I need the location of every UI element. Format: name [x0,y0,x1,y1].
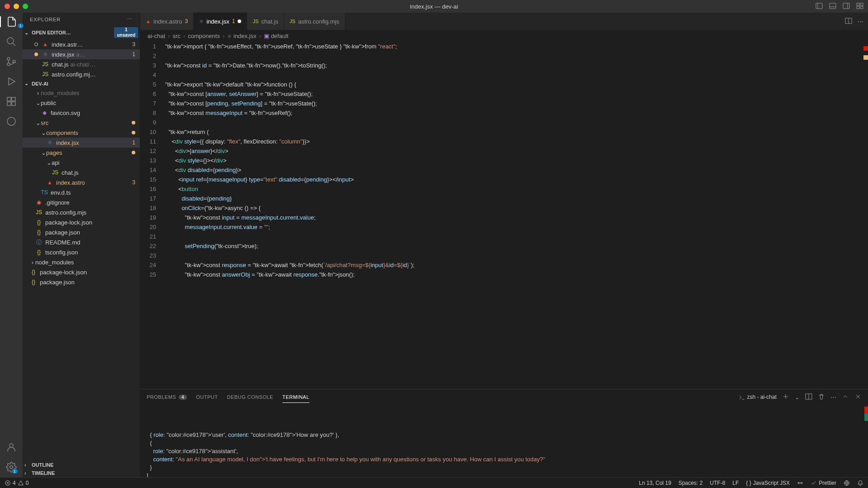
panel-tab-debug-console[interactable]: DEBUG CONSOLE [227,392,273,403]
open-editor-item[interactable]: ⚛ index.jsx a… 1 [23,49,140,59]
item-name: tsconfig.json [45,249,140,256]
file-item[interactable]: ◆ favicon.svg [23,108,140,118]
folder-item[interactable]: › node_modules [23,88,140,98]
status-eol[interactable]: LF [733,480,739,486]
svg-point-12 [7,57,10,60]
tab-name: index.astro [153,18,182,25]
status-spaces[interactable]: Spaces: 2 [678,480,702,486]
extensions-icon[interactable] [6,96,17,107]
debug-icon[interactable] [6,76,17,87]
file-name: index.jsx a… [52,51,132,58]
file-item[interactable]: {} tsconfig.json [23,247,140,257]
timeline-header[interactable]: ›TIMELINE [23,469,140,477]
editor-tab[interactable]: ▲ index.astro 3 [140,13,194,30]
svg-rect-0 [816,3,822,9]
folder-item[interactable]: ⌄ components [23,128,140,138]
status-prettier[interactable]: Prettier [811,480,836,486]
panel-tab-output[interactable]: OUTPUT [196,392,218,403]
editor[interactable]: 1234567891011121314151617181920212223242… [140,42,868,389]
settings-icon[interactable]: 1 [6,462,17,473]
open-editor-item[interactable]: JS astro.config.mj… [23,69,140,79]
open-editors-header[interactable]: ⌄ OPEN EDITOR… 1 unsaved [23,26,140,39]
file-item[interactable]: ⓘ README.md [23,237,140,247]
breadcrumb-item[interactable]: ▣ default [264,33,289,39]
layout-customize-icon[interactable] [856,2,863,11]
editor-tab[interactable]: ⚛ index.jsx 1 [194,13,247,30]
file-item[interactable]: {} package.json [23,227,140,237]
svg-point-10 [7,38,14,44]
layout-panel-icon[interactable] [829,2,836,11]
chevron-icon: › [30,259,35,266]
open-editor-item[interactable]: ▲ index.astr… 3 [23,39,140,49]
workspace-header[interactable]: ⌄ DEV-AI [23,79,140,88]
editor-tab[interactable]: JS chat.js [247,13,284,30]
panel-more-icon[interactable]: ⋯ [830,394,836,401]
explorer-icon[interactable]: 1 [0,16,23,27]
breadcrumb[interactable]: ai-chat›src›components›⚛ index.jsx›▣ def… [140,30,868,42]
status-encoding[interactable]: UTF-8 [710,480,725,486]
status-language[interactable]: { }JavaScript JSX [746,480,790,486]
status-bell[interactable] [857,480,863,486]
bottom-panel: PROBLEMS 4OUTPUTDEBUG CONSOLETERMINAL zs… [140,389,868,477]
file-item[interactable]: ◉ .gitignore [23,197,140,207]
folder-item[interactable]: ⌄ src [23,118,140,128]
file-item[interactable]: {} package-lock.json [23,217,140,227]
explorer-title: EXPLORER [30,17,61,22]
status-cursor[interactable]: Ln 13, Col 19 [639,480,671,486]
status-errors[interactable]: 4 0 [5,480,29,486]
maximize-panel-icon[interactable] [842,393,849,402]
terminal-output[interactable]: { role: "color:#ce9178">'user', content:… [140,405,868,477]
file-icon: ⚛ [199,19,204,24]
minimap[interactable] [863,42,868,389]
panel-tab-problems[interactable]: PROBLEMS 4 [147,392,187,403]
search-icon[interactable] [6,36,17,47]
breadcrumb-item[interactable]: components [188,33,220,39]
file-item[interactable]: {} package.json [23,277,140,287]
editor-tab[interactable]: JS astro.config.mjs [284,13,345,30]
layout-sidebar-icon[interactable] [816,2,823,11]
more-actions-icon[interactable]: ⋯ [858,18,863,25]
breadcrumb-item[interactable]: src [172,33,180,39]
split-terminal-icon[interactable] [805,393,812,402]
file-icon: ⓘ [35,239,43,246]
status-feedback[interactable] [844,480,850,486]
account-icon[interactable] [6,442,17,453]
file-item[interactable]: ⚛ index.jsx 1 [23,138,140,148]
open-editor-item[interactable]: JS chat.js ai-chat/… [23,59,140,69]
file-item[interactable]: ▲ index.astro 3 [23,177,140,187]
folder-item[interactable]: › node_modules [23,257,140,267]
split-editor-icon[interactable] [845,17,852,26]
file-item[interactable]: JS astro.config.mjs [23,207,140,217]
maximize-window[interactable] [23,4,28,9]
folder-item[interactable]: ⌄ api [23,158,140,167]
panel-tab-terminal[interactable]: TERMINAL [282,392,310,403]
item-name: index.jsx [56,139,132,146]
item-name: node_modules [35,259,140,266]
file-item[interactable]: {} package-lock.json [23,267,140,277]
new-terminal-icon[interactable] [782,393,789,402]
status-copilot[interactable] [797,480,803,486]
edge-icon[interactable] [6,116,17,127]
terminal-selector[interactable]: zsh - ai-chat [738,393,777,401]
folder-item[interactable]: ⌄ pages [23,148,140,158]
file-icon: ▲ [146,19,151,24]
minimize-window[interactable] [14,4,19,9]
folder-item[interactable]: ⌄ public [23,98,140,108]
terminal-dropdown-icon[interactable]: ⌄ [795,394,800,401]
file-icon: JS [52,169,59,176]
file-item[interactable]: JS chat.js [23,167,140,177]
explorer-more-icon[interactable]: ⋯ [127,16,133,22]
svg-point-22 [10,466,13,469]
kill-terminal-icon[interactable] [818,393,825,402]
close-panel-icon[interactable] [854,393,862,402]
file-item[interactable]: TS env.d.ts [23,187,140,197]
layout-secondary-icon[interactable] [843,2,850,11]
breadcrumb-item[interactable]: ai-chat [148,33,165,39]
breadcrumb-item[interactable]: ⚛ index.jsx [227,33,256,39]
modified-indicator-icon [132,131,135,134]
source-control-icon[interactable] [6,56,17,67]
close-file-icon[interactable] [34,43,38,46]
item-name: package-lock.json [45,219,140,226]
close-window[interactable] [5,4,10,9]
outline-header[interactable]: ›OUTLINE [23,461,140,469]
